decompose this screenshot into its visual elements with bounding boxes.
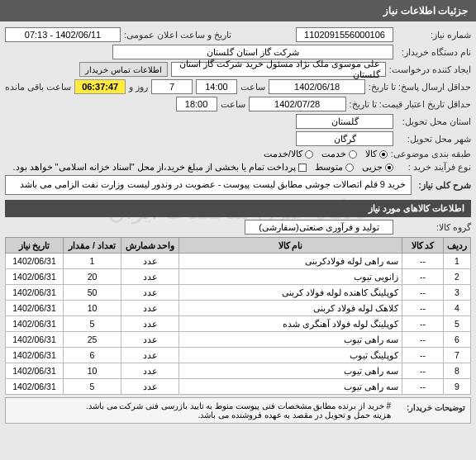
table-cell: 10 bbox=[64, 363, 121, 379]
table-row[interactable]: 3--کوپلینگ کاهنده لوله فولاد کربنیعدد501… bbox=[6, 285, 471, 301]
table-cell: 7 bbox=[444, 348, 471, 363]
table-row[interactable]: 8--سه راهی تیوبعدد101402/06/31 bbox=[6, 363, 471, 379]
category-label: طبقه بندی موضوعی: bbox=[391, 149, 471, 159]
valid-date-field: 1402/07/28 bbox=[249, 97, 346, 111]
table-cell: -- bbox=[402, 379, 444, 395]
creator-field: علی موسوی ملک نژاد مسئول خرید شرکت گاز ا… bbox=[171, 62, 386, 77]
table-cell: -- bbox=[402, 285, 444, 301]
buyer-label: نام دستگاه خریدار: bbox=[397, 47, 471, 58]
table-cell: 1 bbox=[64, 254, 121, 269]
time-label-2: ساعت bbox=[221, 99, 245, 110]
city-label: شهر محل تحویل: bbox=[397, 134, 471, 145]
checkbox-payment[interactable]: پرداخت تمام یا بخشی از مبلغ خرید،از محل … bbox=[12, 162, 307, 173]
table-row[interactable]: 5--کوپلینگ لوله فولاد آهنگری شدهعدد51402… bbox=[6, 316, 471, 332]
table-cell: کوپلینگ لوله فولاد آهنگری شده bbox=[179, 316, 402, 332]
col-unit: واحد شمارش bbox=[121, 238, 179, 254]
group-label: گروه کالا: bbox=[397, 222, 471, 233]
radio-goods[interactable]: کالا bbox=[365, 149, 388, 159]
province-field: گلستان bbox=[296, 114, 393, 129]
table-cell: -- bbox=[402, 316, 444, 332]
time-label-1: ساعت bbox=[240, 82, 265, 92]
table-cell: عدد bbox=[121, 316, 179, 332]
table-cell: 5 bbox=[64, 379, 121, 395]
announce-field: 1402/06/11 - 07:13 bbox=[5, 27, 121, 42]
radio-dot-icon bbox=[385, 164, 393, 172]
radio-medium[interactable]: متوسط bbox=[315, 162, 354, 173]
radio-both[interactable]: کالا/خدمت bbox=[264, 149, 313, 159]
valid-time-field: 18:00 bbox=[176, 97, 217, 111]
table-cell: -- bbox=[402, 254, 444, 269]
table-row[interactable]: 4--کلاهک لوله فولاد کربنیعدد101402/06/31 bbox=[6, 301, 471, 316]
deadline-date-field: 1402/06/18 bbox=[269, 79, 365, 94]
remain-label: ساعت باقی مانده bbox=[5, 82, 71, 92]
table-cell: 1402/06/31 bbox=[6, 285, 64, 301]
table-cell: عدد bbox=[121, 254, 179, 269]
radio-dot-icon bbox=[349, 150, 357, 159]
table-cell: 1402/06/31 bbox=[6, 332, 64, 348]
table-row[interactable]: 7--کوپلینگ تیوبعدد61402/06/31 bbox=[6, 348, 471, 363]
table-cell: سه راهی تیوب bbox=[179, 363, 402, 379]
items-table: ردیف کد کالا نام کالا واحد شمارش تعداد /… bbox=[5, 237, 471, 395]
window-title: جزئیات اطلاعات نیاز bbox=[383, 5, 468, 17]
table-row[interactable]: 9--سه راهی تیوبعدد51402/06/31 bbox=[6, 379, 471, 395]
need-no-label: شماره نیاز: bbox=[397, 30, 471, 40]
table-cell: -- bbox=[402, 363, 444, 379]
buytype-label: نوع فرآیند خرید : bbox=[397, 162, 471, 173]
table-cell: -- bbox=[402, 301, 444, 316]
deadline-time-field: 14:00 bbox=[196, 79, 237, 94]
table-row[interactable]: 2--زانویی تیوبعدد201402/06/31 bbox=[6, 269, 471, 285]
table-cell: 1402/06/31 bbox=[6, 269, 64, 285]
buytype-radio-group: جزیی متوسط پرداخت تمام یا بخشی از مبلغ خ… bbox=[12, 162, 393, 173]
table-cell: عدد bbox=[121, 285, 179, 301]
table-cell: 5 bbox=[64, 316, 121, 332]
province-label: استان محل تحویل: bbox=[397, 116, 471, 127]
table-cell: کلاهک لوله فولاد کربنی bbox=[179, 301, 402, 316]
col-code: کد کالا bbox=[402, 238, 444, 254]
items-section-title: اطلاعات کالاهای مورد نیاز bbox=[5, 200, 471, 217]
table-cell: سه راهی تیوب bbox=[179, 379, 402, 395]
table-cell: 1402/06/31 bbox=[6, 254, 64, 269]
col-row: ردیف bbox=[444, 238, 471, 254]
footer-box: توضیحات خریدار: # خرید از برنده مطابق مش… bbox=[5, 397, 471, 424]
group-field: تولید و فرآوری صنعتی(سفارشی) bbox=[245, 220, 393, 235]
deadline-label: حداقل ارسال پاسخ: تا تاریخ: bbox=[369, 82, 471, 92]
table-cell: 20 bbox=[64, 269, 121, 285]
radio-minor[interactable]: جزیی bbox=[362, 162, 393, 173]
table-row[interactable]: 6--سه راهی تیوبعدد251402/06/31 bbox=[6, 332, 471, 348]
contact-button[interactable]: اطلاعات تماس خریدار bbox=[79, 62, 168, 77]
table-cell: 1402/06/31 bbox=[6, 348, 64, 363]
table-cell: کوپلینگ تیوب bbox=[179, 348, 402, 363]
window-title-bar: جزئیات اطلاعات نیاز bbox=[0, 0, 476, 21]
table-cell: عدد bbox=[121, 301, 179, 316]
table-cell: -- bbox=[402, 332, 444, 348]
days-label: روز و bbox=[129, 82, 148, 92]
city-field: گرگان bbox=[296, 131, 393, 146]
table-cell: 9 bbox=[444, 379, 471, 395]
radio-dot-icon bbox=[305, 150, 313, 159]
desc-box: خرید 9 قلم اتصالات جوشی مطابق لیست پیوست… bbox=[5, 175, 412, 195]
need-no-field: 1102091556000106 bbox=[296, 27, 393, 42]
radio-service[interactable]: خدمت bbox=[321, 149, 357, 159]
countdown-timer: 06:37:47 bbox=[74, 79, 126, 94]
valid-label: حداقل تاریخ اعتبار قیمت: تا تاریخ: bbox=[350, 99, 471, 110]
table-cell: 5 bbox=[444, 316, 471, 332]
table-cell: -- bbox=[402, 269, 444, 285]
table-cell: 25 bbox=[64, 332, 121, 348]
table-cell: 6 bbox=[444, 332, 471, 348]
table-cell: 1402/06/31 bbox=[6, 379, 64, 395]
table-cell: 4 bbox=[444, 301, 471, 316]
col-date: تاریخ نیاز bbox=[6, 238, 64, 254]
table-cell: سه راهی تیوب bbox=[179, 332, 402, 348]
table-cell: عدد bbox=[121, 363, 179, 379]
table-cell: کوپلینگ کاهنده لوله فولاد کربنی bbox=[179, 285, 402, 301]
table-cell: 6 bbox=[64, 348, 121, 363]
col-name: نام کالا bbox=[179, 238, 402, 254]
creator-label: ایجاد کننده درخواست: bbox=[389, 64, 471, 75]
table-cell: 1402/06/31 bbox=[6, 301, 64, 316]
table-cell: سه راهی لوله فولادکربنی bbox=[179, 254, 402, 269]
table-row[interactable]: 1--سه راهی لوله فولادکربنیعدد11402/06/31 bbox=[6, 254, 471, 269]
table-cell: 1402/06/31 bbox=[6, 316, 64, 332]
table-cell: 3 bbox=[444, 285, 471, 301]
checkbox-icon bbox=[298, 164, 307, 172]
table-cell: 2 bbox=[444, 269, 471, 285]
